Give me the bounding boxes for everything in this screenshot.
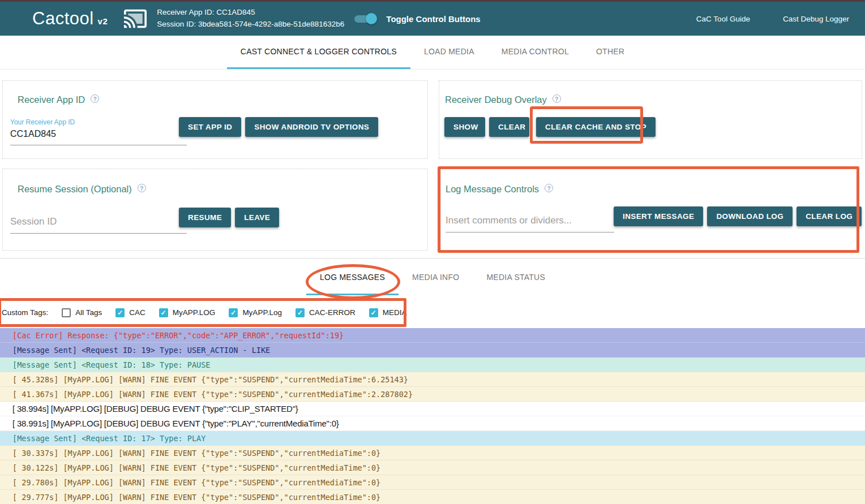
tab-load-media[interactable]: LOAD MEDIA	[410, 36, 488, 69]
checkbox-unchecked-icon[interactable]	[62, 308, 71, 317]
log-row[interactable]: [Message Sent] <Request ID: 18> Type: PA…	[0, 357, 865, 372]
tab-log-messages[interactable]: LOG MESSAGES	[306, 260, 399, 295]
cactool-app: Cactoolv2 Receiver App ID: CC1AD845 Sess…	[0, 0, 865, 504]
log-message-controls-title: Log Message Controls?	[446, 184, 553, 195]
insert-message-button[interactable]: INSERT MESSAGE	[614, 206, 703, 226]
log-message-list: [Cac Error] Response: {"type":"ERROR","c…	[0, 328, 865, 504]
show-android-tv-options-button[interactable]: SHOW ANDROID TV OPTIONS	[245, 117, 378, 137]
app-version: v2	[98, 16, 108, 26]
toggle-label: Toggle Control Buttons	[386, 14, 480, 24]
tag-label: CAC-ERROR	[309, 308, 356, 317]
toggle-thumb	[366, 13, 377, 24]
control-buttons-toggle[interactable]	[354, 13, 376, 24]
session-id-input[interactable]	[10, 214, 187, 234]
log-row[interactable]: [ 45.328s] [MyAPP.LOG] [WARN] FINE EVENT…	[0, 372, 865, 387]
tag-label: MEDIA	[383, 308, 407, 317]
receiver-debug-overlay-title: Receiver Debug Overlay?	[445, 94, 561, 105]
tab-cast-connect-logger-controls[interactable]: CAST CONNECT & LOGGER CONTROLS	[227, 36, 410, 69]
receiver-app-id-title-text: Receiver App ID	[18, 94, 85, 105]
log-row[interactable]: [ 30.122s] [MyAPP.LOG] [WARN] FINE EVENT…	[0, 460, 865, 475]
log-row[interactable]: [ 30.337s] [MyAPP.LOG] [WARN] FINE EVENT…	[0, 446, 865, 460]
log-row[interactable]: [Cac Error] Response: {"type":"ERROR","c…	[0, 328, 865, 343]
tag-label: All Tags	[75, 308, 102, 317]
receiver-app-id-input[interactable]	[10, 127, 187, 145]
log-message-controls-title-text: Log Message Controls	[446, 184, 539, 194]
debug-overlay-buttons: SHOW CLEAR CLEAR CACHE AND STOP	[444, 117, 656, 137]
app-header: Cactoolv2 Receiver App ID: CC1AD845 Sess…	[0, 2, 865, 36]
help-icon[interactable]: ?	[138, 184, 146, 192]
leave-button[interactable]: LEAVE	[235, 208, 279, 227]
tag-label: MyAPP.Log	[242, 308, 282, 317]
log-row[interactable]: [ 38.994s] [MyAPP.LOG] [DEBUG] DEBUG EVE…	[0, 402, 865, 416]
tag-label: MyAPP.LOG	[173, 308, 216, 317]
show-overlay-button[interactable]: SHOW	[444, 117, 485, 137]
log-row[interactable]: [ 29.777s] [MyAPP.LOG] [WARN] FINE EVENT…	[0, 490, 865, 504]
checkbox-checked-icon[interactable]: ✓	[229, 308, 238, 317]
resume-button[interactable]: RESUME	[179, 208, 231, 227]
tag-myapp-log-upper[interactable]: ✓ MyAPP.LOG	[159, 308, 216, 317]
receiver-app-id-panel: Receiver App ID? Your Receiver App ID SE…	[2, 80, 428, 159]
clear-log-button[interactable]: CLEAR LOG	[797, 206, 862, 226]
resume-session-buttons: RESUME LEAVE	[179, 208, 279, 227]
cac-tool-guide-link[interactable]: CaC Tool Guide	[696, 15, 750, 23]
receiver-debug-overlay-title-text: Receiver Debug Overlay	[445, 94, 547, 105]
help-icon[interactable]: ?	[91, 94, 99, 103]
receiver-app-id-field: Your Receiver App ID	[10, 118, 187, 145]
set-app-id-button[interactable]: SET APP ID	[179, 117, 241, 137]
main-tab-bar: CAST CONNECT & LOGGER CONTROLS LOAD MEDI…	[0, 36, 865, 70]
clear-cache-and-stop-button[interactable]: CLEAR CACHE AND STOP	[536, 117, 656, 137]
session-id-field	[10, 214, 187, 234]
session-id-text: Session ID: 3bdea581-574e-4292-a8be-51de…	[157, 19, 344, 31]
checkbox-checked-icon[interactable]: ✓	[369, 308, 378, 317]
tag-media[interactable]: ✓ MEDIA	[369, 308, 407, 317]
tab-other[interactable]: OTHER	[583, 36, 638, 69]
receiver-debug-overlay-panel: Receiver Debug Overlay? SHOW CLEAR CLEAR…	[439, 80, 862, 159]
log-row[interactable]: [ 38.991s] [MyAPP.LOG] [DEBUG] DEBUG EVE…	[0, 416, 865, 431]
log-row[interactable]: [Message Sent] <Request ID: 19> Type: US…	[0, 343, 865, 357]
tab-media-info[interactable]: MEDIA INFO	[399, 260, 473, 295]
custom-tags-label: Custom Tags:	[2, 308, 48, 317]
log-row[interactable]: [ 29.780s] [MyAPP.LOG] [WARN] FINE EVENT…	[0, 475, 865, 490]
receiver-app-id-buttons: SET APP ID SHOW ANDROID TV OPTIONS	[179, 117, 378, 137]
checkbox-checked-icon[interactable]: ✓	[115, 308, 125, 317]
receiver-app-id-title: Receiver App ID?	[18, 94, 99, 105]
log-row[interactable]: [Message Sent] <Request ID: 17> Type: PL…	[0, 431, 865, 446]
receiver-app-id-text: Receiver App ID: CC1AD845	[157, 7, 344, 19]
tag-cac-error[interactable]: ✓ CAC-ERROR	[296, 308, 356, 317]
download-log-button[interactable]: DOWNLOAD LOG	[707, 206, 793, 226]
clear-overlay-button[interactable]: CLEAR	[489, 117, 529, 137]
header-nav: CaC Tool Guide Cast Debug Logger	[696, 15, 849, 23]
section-divider	[0, 258, 865, 259]
help-icon[interactable]: ?	[553, 94, 561, 103]
cast-icon	[122, 7, 148, 30]
tag-label: CAC	[129, 308, 145, 317]
log-controls-buttons: INSERT MESSAGE DOWNLOAD LOG CLEAR LOG	[614, 206, 862, 226]
resume-session-title: Resume Session (Optional)?	[18, 184, 146, 195]
tab-media-control[interactable]: MEDIA CONTROL	[488, 36, 583, 69]
log-comment-field	[446, 213, 614, 232]
app-title-text: Cactool	[32, 8, 94, 28]
tag-myapp-log-mixed[interactable]: ✓ MyAPP.Log	[229, 308, 282, 317]
tab-media-status[interactable]: MEDIA STATUS	[473, 260, 559, 295]
session-info: Receiver App ID: CC1AD845 Session ID: 3b…	[157, 7, 344, 31]
log-message-controls-panel: Log Message Controls? INSERT MESSAGE DOW…	[440, 169, 857, 251]
help-icon[interactable]: ?	[545, 184, 553, 192]
log-comment-input[interactable]	[446, 213, 614, 232]
cast-debug-logger-link[interactable]: Cast Debug Logger	[783, 15, 849, 23]
custom-tags-row: Custom Tags: All Tags ✓ CAC ✓ MyAPP.LOG …	[0, 298, 406, 327]
checkbox-checked-icon[interactable]: ✓	[296, 308, 305, 317]
log-tab-bar: LOG MESSAGES MEDIA INFO MEDIA STATUS	[0, 260, 865, 295]
tag-cac[interactable]: ✓ CAC	[115, 308, 145, 317]
app-title: Cactoolv2	[32, 8, 108, 29]
tag-all-tags[interactable]: All Tags	[62, 308, 102, 317]
receiver-app-id-input-label: Your Receiver App ID	[10, 118, 187, 126]
resume-session-title-text: Resume Session (Optional)	[18, 184, 132, 194]
checkbox-checked-icon[interactable]: ✓	[159, 308, 168, 317]
log-row[interactable]: [ 41.367s] [MyAPP.LOG] [WARN] FINE EVENT…	[0, 387, 865, 402]
resume-session-panel: Resume Session (Optional)? RESUME LEAVE	[2, 169, 428, 251]
